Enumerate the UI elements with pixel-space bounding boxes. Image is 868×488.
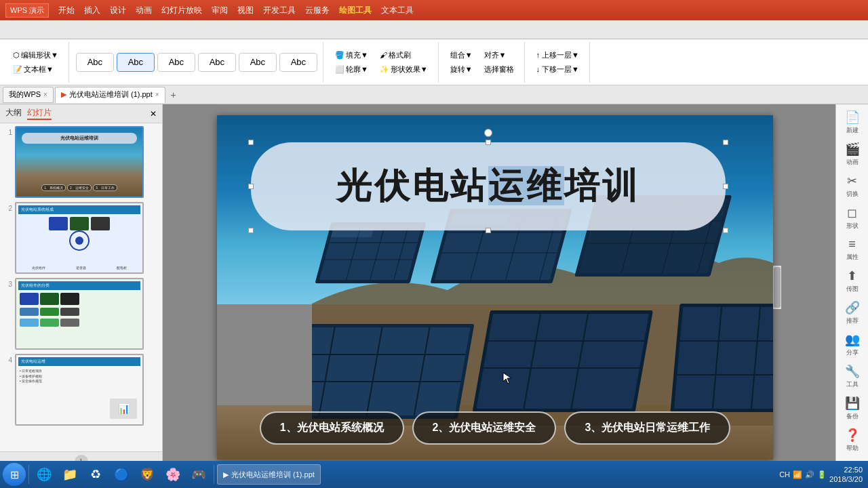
style-btn-3[interactable]: Abc	[157, 53, 195, 72]
rp-upload-btn[interactable]: ⬆ 传图	[837, 266, 867, 296]
menu-start[interactable]: 开始	[54, 3, 79, 18]
select-pane-btn[interactable]: 选择窗格	[479, 62, 519, 77]
sidebar-tab-slides[interactable]: 幻灯片	[27, 107, 52, 120]
start-button[interactable]: ⊞	[3, 463, 26, 486]
taskbar: ⊞ 🌐 📁 ♻ 🔵 🦁 🌸 🎮 ▶ 光伏电站运维培训 (1).ppt CH 📶 …	[0, 461, 868, 488]
tb-explorer-btn[interactable]: 📁	[58, 463, 82, 486]
handle-top-left[interactable]	[248, 140, 254, 145]
tab-presentation[interactable]: ▶ 光伏电站运维培训 (1).ppt ×	[55, 87, 165, 103]
canvas-scroll-thumb[interactable]	[774, 267, 781, 308]
rp-shape-btn[interactable]: ◻ 形状	[837, 203, 867, 233]
slides-panel[interactable]: 1 光伏电站运维培训 1、系统概况 2、运维安全 3、日常工作 2	[0, 123, 162, 451]
add-tab-btn[interactable]: +	[167, 88, 180, 102]
share-icon: 👥	[845, 332, 860, 347]
slide-title-box[interactable]: 光伏电站运维培训	[251, 142, 726, 230]
handle-mid-left[interactable]	[248, 184, 254, 189]
rp-animation-btn[interactable]: 🎬 动画	[837, 139, 867, 169]
sound-icon: 🔊	[805, 470, 814, 479]
menu-animation[interactable]: 动画	[132, 3, 156, 18]
slide-thumb-3[interactable]: 光伏组件的分类	[15, 278, 144, 350]
move-up-btn[interactable]: ↑ 上移一层▼	[532, 48, 584, 62]
shape-effect-btn[interactable]: ✨ 形状效果▼	[375, 62, 433, 77]
menu-view[interactable]: 视图	[233, 3, 258, 18]
style-btn-6[interactable]: Abc	[279, 53, 317, 72]
handle-bot-mid[interactable]	[486, 228, 491, 233]
tb-recycle-btn[interactable]: ♻	[83, 463, 108, 486]
bottom-btn-3[interactable]: 3、光伏电站日常运维工作	[564, 411, 730, 445]
slide-number-1: 1	[3, 129, 12, 136]
recycle-icon: ♻	[90, 467, 101, 482]
ribbon-group-styles: Abc Abc Abc Abc Abc Abc	[73, 42, 323, 83]
format-painter-icon: 🖌	[380, 51, 387, 59]
rotation-handle[interactable]	[484, 129, 492, 137]
rotate-btn[interactable]: 旋转▼	[446, 62, 477, 77]
tb-app4-btn[interactable]: 🎮	[186, 463, 211, 486]
rp-backup-btn[interactable]: 💾 备份	[837, 393, 867, 424]
system-tray: CH 📶 🔊 🔋 22:50 2018/3/20	[779, 465, 865, 485]
canvas-scrollbar[interactable]	[773, 266, 781, 309]
move-down-btn[interactable]: ↓ 下移一层▼	[532, 62, 584, 77]
handle-top-right[interactable]	[723, 140, 728, 145]
handle-mid-right[interactable]	[723, 184, 728, 189]
style-btn-5[interactable]: Abc	[239, 53, 277, 72]
slide-thumb-2[interactable]: 光伏电站系统组成 光伏组件 逆	[15, 202, 144, 274]
edit-shape-btn[interactable]: ⬡ 编辑形状▼	[8, 48, 63, 62]
sidebar-tab-outline[interactable]: 大纲	[5, 107, 22, 120]
menu-slideshow[interactable]: 幻灯片放映	[157, 3, 206, 18]
tb-app1-btn[interactable]: 🔵	[109, 463, 134, 486]
tab-close-ppt[interactable]: ×	[155, 91, 159, 98]
handle-bot-left[interactable]	[248, 228, 254, 233]
ribbon-content: ⬡ 编辑形状▼ 📝 文本框▼ Abc Abc Abc Abc Abc Abc 🪣…	[0, 39, 868, 85]
wps-logo-btn[interactable]: WPS 演示	[5, 3, 49, 18]
ribbon-group-fill: 🪣 填充▼ 🖌 格式刷 ⬜ 轮廓▼ ✨ 形状效果▼	[328, 42, 439, 83]
svg-rect-22	[312, 327, 471, 415]
app3-icon: 🌸	[165, 467, 180, 482]
style-btn-2[interactable]: Abc	[117, 53, 155, 72]
style-btn-4[interactable]: Abc	[198, 53, 236, 72]
slide-item-2[interactable]: 2 光伏电站系统组成	[3, 202, 159, 274]
slide-item-4[interactable]: 4 光伏电站运维 • 日常巡检项目 • 设备维护规程 • 安全操作规范 📊	[3, 354, 159, 426]
slide-thumb-4[interactable]: 光伏电站运维 • 日常巡检项目 • 设备维护规程 • 安全操作规范 📊	[15, 354, 144, 426]
fill-btn[interactable]: 🪣 填充▼	[330, 48, 373, 62]
menu-design[interactable]: 设计	[106, 3, 130, 18]
canvas-area[interactable]: 光伏电站运维培训 1、光伏电站系统概况 2、光伏电站运维安全 3、光伏电站日常运…	[163, 104, 835, 470]
sidebar-close-btn[interactable]: ✕	[150, 109, 157, 119]
slide-item-1[interactable]: 1 光伏电站运维培训 1、系统概况 2、运维安全 3、日常工作	[3, 126, 159, 198]
tab-close-mywps[interactable]: ×	[43, 91, 47, 98]
outline-btn[interactable]: ⬜ 轮廓▼	[330, 62, 373, 77]
rp-recommend-btn[interactable]: 🔗 推荐	[837, 298, 867, 328]
align-btn[interactable]: 对齐▼	[479, 48, 511, 62]
rp-transition-btn[interactable]: ✂ 切换	[837, 171, 867, 201]
edit-shape-icon: ⬡	[13, 51, 20, 60]
slide-thumb-1[interactable]: 光伏电站运维培训 1、系统概况 2、运维安全 3、日常工作	[15, 126, 144, 198]
tb-app2-btn[interactable]: 🦁	[135, 463, 159, 486]
rp-new-btn[interactable]: 📄 新建	[837, 107, 867, 138]
rp-tool-btn[interactable]: 🔧 工具	[837, 361, 867, 392]
format-painter-btn[interactable]: 🖌 格式刷	[375, 48, 416, 62]
tab-mywps[interactable]: 我的WPS ×	[3, 87, 54, 103]
slide-item-3[interactable]: 3 光伏组件的分类	[3, 278, 159, 350]
menu-insert[interactable]: 插入	[80, 3, 104, 18]
bottom-btn-2[interactable]: 2、光伏电站运维安全	[412, 411, 557, 445]
combine-btn[interactable]: 组合▼	[446, 48, 477, 62]
menu-bar: 开始 插入 设计 动画 幻灯片放映 审阅 视图 开发工具 云服务 绘图工具 文本…	[54, 3, 418, 18]
menu-review[interactable]: 审阅	[208, 3, 232, 18]
style-btn-1[interactable]: Abc	[76, 53, 114, 72]
menu-devtools[interactable]: 开发工具	[259, 3, 300, 18]
rp-share-btn[interactable]: 👥 分享	[837, 329, 867, 360]
menu-cloud[interactable]: 云服务	[301, 3, 334, 18]
rp-props-btn[interactable]: ≡ 属性	[837, 235, 867, 264]
tb-ie-btn[interactable]: 🌐	[32, 463, 56, 486]
menu-texttool[interactable]: 文本工具	[377, 3, 418, 18]
bottom-btn-1[interactable]: 1、光伏电站系统概况	[260, 411, 404, 445]
text-box-btn[interactable]: 📝 文本框▼	[8, 62, 58, 77]
menu-drawtool[interactable]: 绘图工具	[335, 3, 376, 18]
taskbar-window-btn[interactable]: ▶ 光伏电站运维培训 (1).ppt	[217, 464, 321, 485]
tb-app3-btn[interactable]: 🌸	[161, 463, 185, 486]
shape-panel-icon: ◻	[847, 205, 857, 220]
handle-top-mid[interactable]	[486, 140, 491, 145]
lang-indicator[interactable]: CH	[779, 470, 790, 479]
rp-help-btn[interactable]: ❓ 帮助	[837, 425, 867, 455]
handle-bot-right[interactable]	[723, 228, 728, 233]
system-clock[interactable]: 22:50 2018/3/20	[829, 465, 863, 485]
